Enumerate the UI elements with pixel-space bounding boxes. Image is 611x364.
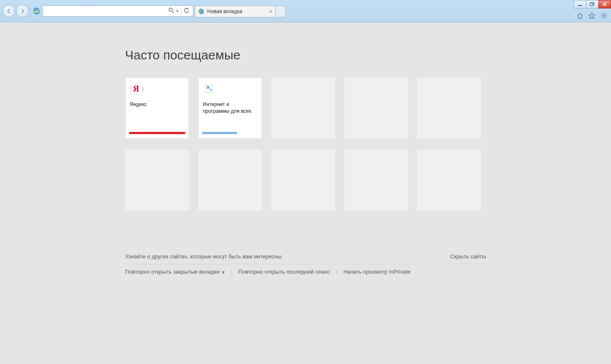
tile-empty[interactable]: [271, 78, 335, 139]
footer-separator: |: [336, 269, 337, 275]
tab-title: Новая вкладка: [207, 8, 242, 14]
minimize-button[interactable]: [574, 0, 586, 8]
svg-point-8: [603, 15, 605, 17]
tile-label: Интернет и программы для всех: [203, 101, 257, 115]
frequent-tiles-grid: Я Яндекс Интернет и программы для всех: [125, 78, 486, 211]
search-icon[interactable]: [169, 8, 174, 14]
dropdown-caret-icon[interactable]: ▼: [176, 9, 179, 13]
reopen-closed-tabs-link[interactable]: Повторно открыть закрытые вкладки▼: [125, 269, 225, 275]
svg-rect-11: [210, 89, 212, 91]
footer-section: Узнайте о других сайтах, которые могут б…: [125, 253, 486, 275]
tile-yandex[interactable]: Я Яндекс: [125, 78, 189, 139]
reopen-last-session-link[interactable]: Повторно открыть последний сеанс: [238, 269, 330, 275]
tab-new[interactable]: Новая вкладка ×: [195, 6, 276, 17]
close-button[interactable]: [598, 0, 611, 8]
address-bar-wrap: ▼ |: [32, 5, 193, 17]
maximize-button[interactable]: [586, 0, 599, 8]
favorites-icon[interactable]: [588, 12, 596, 20]
toolbar-right-icons: [576, 12, 608, 20]
address-bar[interactable]: ▼ |: [42, 6, 193, 17]
tab-strip: Новая вкладка ×: [195, 5, 286, 17]
tile-empty[interactable]: [344, 78, 408, 139]
page-heading: Часто посещаемые: [125, 48, 486, 62]
nav-arrows: [3, 5, 30, 17]
page-content: Часто посещаемые Я Яндекс Интернет и про…: [0, 22, 611, 275]
address-separator: |: [181, 8, 182, 14]
svg-rect-0: [578, 5, 582, 6]
tools-gear-icon[interactable]: [600, 12, 608, 20]
start-inprivate-link[interactable]: Начать просмотр InPrivate: [344, 269, 411, 275]
address-controls: ▼ |: [167, 8, 191, 14]
browser-chrome: ▼ | Новая вкладка ×: [0, 0, 611, 22]
tile-accent: [202, 132, 237, 134]
footer-row-discover: Узнайте о других сайтах, которые могут б…: [125, 253, 486, 264]
ie-favicon-icon: [198, 8, 205, 15]
svg-point-5: [169, 8, 172, 11]
back-button[interactable]: [3, 5, 15, 17]
chevron-down-icon: ▼: [221, 270, 225, 274]
refresh-icon[interactable]: [184, 8, 189, 14]
generic-site-icon: [203, 82, 216, 95]
discover-sites-link[interactable]: Узнайте о других сайтах, которые могут б…: [125, 253, 282, 260]
tile-accent: [129, 132, 185, 134]
tile-empty[interactable]: [417, 78, 481, 139]
yandex-icon: Я: [130, 82, 143, 95]
ie-logo-icon: [32, 7, 41, 15]
footer-row-actions: Повторно открыть закрытые вкладки▼ | Пов…: [125, 264, 486, 275]
tile-internet-programs[interactable]: Интернет и программы для всех: [198, 78, 262, 139]
tile-empty[interactable]: [125, 150, 189, 211]
tile-empty[interactable]: [271, 150, 335, 211]
hide-sites-link[interactable]: Скрыть сайты: [450, 253, 486, 260]
svg-rect-2: [590, 3, 593, 6]
reopen-closed-tabs-label: Повторно открыть закрытые вкладки: [125, 269, 220, 275]
tile-empty[interactable]: [198, 150, 262, 211]
home-icon[interactable]: [576, 12, 584, 20]
forward-button[interactable]: [16, 5, 29, 17]
footer-separator: |: [231, 269, 232, 275]
window-controls: [574, 0, 611, 8]
tab-close-icon[interactable]: ×: [269, 8, 273, 15]
tile-empty[interactable]: [417, 150, 481, 211]
new-tab-button[interactable]: [276, 6, 286, 17]
tile-label: Яндекс: [130, 101, 184, 108]
tile-empty[interactable]: [344, 150, 408, 211]
svg-rect-10: [207, 86, 209, 89]
address-input[interactable]: [45, 6, 167, 16]
